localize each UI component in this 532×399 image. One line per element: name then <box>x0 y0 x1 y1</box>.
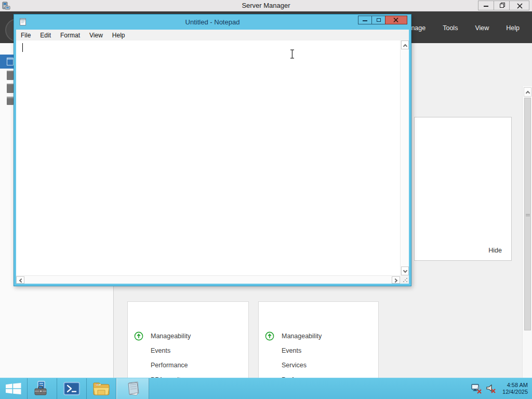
grip-dots-icon <box>403 277 408 283</box>
menu-view[interactable]: View <box>85 31 108 40</box>
scroll-down-button[interactable] <box>401 267 409 275</box>
notepad-window: Untitled - Notepad File Edit Format View… <box>14 14 411 286</box>
sm-close-button[interactable] <box>509 1 529 10</box>
system-tray: 4:58 AM 12/4/2025 <box>471 378 532 399</box>
resize-grip[interactable] <box>400 275 409 284</box>
menu-edit[interactable]: Edit <box>35 31 56 40</box>
menu-help[interactable]: Help <box>108 31 130 40</box>
scroll-up-button[interactable] <box>524 87 531 97</box>
file-storage-icon <box>7 97 14 105</box>
dashboard-icon <box>7 58 14 65</box>
chevron-left-icon <box>19 278 23 283</box>
tile-link-manageability[interactable]: Manageability <box>151 332 191 343</box>
notepad-client-area <box>16 41 409 284</box>
menu-view[interactable]: View <box>475 24 489 32</box>
notepad-icon <box>125 381 141 396</box>
taskbar-empty-area <box>149 378 471 399</box>
network-disconnected-icon[interactable] <box>471 383 482 394</box>
minimize-icon <box>484 6 488 7</box>
close-icon <box>510 1 530 11</box>
sm-restore-button[interactable] <box>494 1 510 10</box>
chevron-up-icon <box>526 91 530 95</box>
taskbar-server-manager-button[interactable] <box>28 378 57 399</box>
sm-minimize-button[interactable] <box>478 1 494 10</box>
text-caret <box>22 43 23 52</box>
taskbar-clock[interactable]: 4:58 AM 12/4/2025 <box>500 382 528 395</box>
thumb-grip-icon <box>526 214 530 217</box>
chevron-down-icon <box>403 269 407 273</box>
taskbar-notepad-button[interactable] <box>116 378 149 399</box>
menu-format[interactable]: Format <box>56 31 85 40</box>
menu-file[interactable]: File <box>16 31 35 40</box>
close-icon <box>385 16 407 24</box>
server-manager-title: Server Manager <box>0 2 532 9</box>
notepad-maximize-button[interactable] <box>371 16 385 24</box>
scrollbar-thumb[interactable] <box>524 98 531 330</box>
notepad-minimize-button[interactable] <box>358 16 372 24</box>
welcome-panel: Hide <box>414 117 512 261</box>
notepad-close-button[interactable] <box>385 16 407 24</box>
tile-link-performance[interactable]: Performance <box>151 362 188 372</box>
main-scrollbar[interactable] <box>522 86 532 399</box>
local-server-icon <box>7 71 14 80</box>
hide-link[interactable]: Hide <box>488 247 502 254</box>
notepad-title: Untitled - Notepad <box>14 18 411 26</box>
ibeam-cursor-icon <box>289 49 296 59</box>
volume-muted-icon[interactable] <box>486 383 496 394</box>
windows-logo-icon <box>6 382 21 395</box>
server-manager-window-controls <box>478 1 529 10</box>
scroll-right-button[interactable] <box>392 276 400 284</box>
tile-link-services[interactable]: Services <box>282 362 307 372</box>
chevron-up-icon <box>403 44 407 48</box>
server-manager-icon <box>33 381 51 396</box>
tile-link-manageability[interactable]: Manageability <box>282 332 322 343</box>
clock-time: 4:58 AM <box>502 382 528 389</box>
tile-link-events[interactable]: Events <box>151 347 170 357</box>
powershell-icon <box>63 382 80 395</box>
notepad-titlebar[interactable]: Untitled - Notepad <box>14 15 411 30</box>
tile-link-events[interactable]: Events <box>282 347 301 357</box>
notepad-horizontal-scrollbar[interactable] <box>16 275 400 284</box>
notepad-menubar: File Edit Format View Help <box>16 30 409 41</box>
menu-help[interactable]: Help <box>506 24 520 32</box>
file-explorer-icon <box>92 381 110 396</box>
scroll-left-button[interactable] <box>16 276 24 284</box>
server-manager-titlebar: Server Manager <box>0 0 532 11</box>
start-button[interactable] <box>0 378 28 399</box>
scroll-up-button[interactable] <box>401 41 409 49</box>
clock-date: 12/4/2025 <box>502 389 528 395</box>
minimize-icon <box>363 20 367 21</box>
taskbar: 4:58 AM 12/4/2025 <box>0 378 532 399</box>
notepad-vertical-scrollbar[interactable] <box>400 41 409 275</box>
notepad-window-controls <box>358 16 407 24</box>
status-up-icon <box>265 331 274 341</box>
notepad-text-area[interactable] <box>16 41 400 275</box>
taskbar-powershell-button[interactable] <box>57 378 87 399</box>
status-up-icon <box>134 331 143 341</box>
taskbar-file-explorer-button[interactable] <box>87 378 116 399</box>
menu-tools[interactable]: Tools <box>443 24 458 32</box>
chevron-right-icon <box>393 278 397 283</box>
all-servers-icon <box>7 84 14 93</box>
server-manager-menubar: Manage Tools View Help <box>402 24 520 32</box>
maximize-icon <box>377 18 381 22</box>
